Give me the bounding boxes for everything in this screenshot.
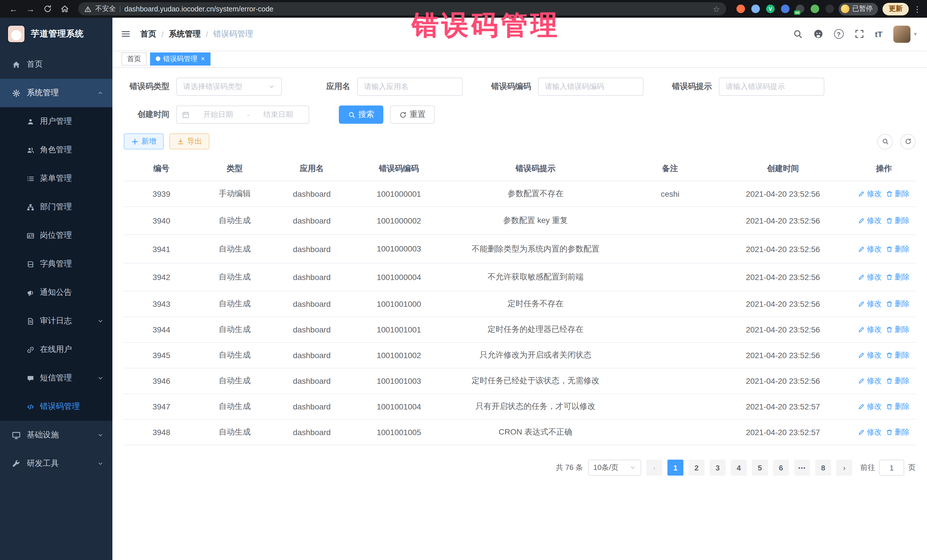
fullscreen-icon[interactable] (854, 29, 864, 39)
delete-link[interactable]: 删除 (886, 189, 910, 199)
next-page-button[interactable]: › (836, 460, 852, 476)
tab-close-icon[interactable]: × (201, 55, 205, 63)
page-button-5[interactable]: 5 (752, 460, 768, 476)
add-button[interactable]: 新增 (124, 134, 164, 149)
breadcrumb-item[interactable]: 系统管理 (169, 29, 201, 39)
delete-link[interactable]: 删除 (886, 299, 910, 309)
browser-menu-icon[interactable]: ⋮ (913, 4, 921, 14)
cell-code: 1001001000 (353, 291, 444, 317)
profile-paused-badge[interactable]: 已暂停 (839, 3, 878, 15)
more-pages-button[interactable]: ••• (794, 460, 810, 476)
delete-link[interactable]: 删除 (886, 427, 910, 437)
edit-link[interactable]: 修改 (858, 427, 881, 437)
page-button-3[interactable]: 3 (710, 460, 726, 476)
delete-link[interactable]: 删除 (886, 244, 910, 254)
extension-orange-icon[interactable] (737, 5, 745, 13)
hamburger-icon[interactable] (121, 29, 131, 39)
avatar (894, 25, 910, 42)
reset-button[interactable]: 重置 (390, 106, 435, 124)
edit-link[interactable]: 修改 (858, 376, 881, 386)
cell-remark (627, 235, 714, 263)
edit-link[interactable]: 修改 (858, 244, 881, 254)
extension-green-v-icon[interactable]: V (766, 5, 775, 13)
delete-icon (886, 352, 893, 359)
delete-link[interactable]: 删除 (886, 376, 910, 386)
sidebar-item-infra[interactable]: 基础设施 (0, 421, 112, 449)
cell-id: 3943 (124, 291, 199, 317)
delete-link[interactable]: 删除 (886, 216, 910, 226)
reload-button[interactable] (43, 5, 52, 13)
address-bar[interactable]: 不安全 dashboard.yudao.iocoder.cn/system/er… (78, 2, 726, 15)
extension-dark-icon[interactable]: on (796, 5, 804, 13)
delete-link[interactable]: 删除 (886, 325, 910, 335)
cell-code: 1001000001 (353, 181, 444, 207)
error-code-input[interactable]: 请输入错误码编码 (538, 77, 643, 96)
edit-link[interactable]: 修改 (858, 325, 881, 335)
sidebar-item-dept[interactable]: 部门管理 (0, 193, 112, 221)
app-name-input[interactable]: 请输入应用名 (357, 77, 463, 96)
sidebar-item-role[interactable]: 角色管理 (0, 136, 112, 164)
sidebar-item-dev-tools[interactable]: 研发工具 (0, 449, 112, 478)
date-range-picker[interactable]: 开始日期 - 结束日期 (176, 106, 309, 124)
github-icon[interactable] (813, 29, 823, 39)
edit-link[interactable]: 修改 (858, 350, 881, 360)
back-button[interactable]: ← (9, 4, 18, 14)
error-hint-input[interactable]: 请输入错误码提示 (719, 77, 824, 96)
edit-link[interactable]: 修改 (858, 189, 881, 199)
sidebar-item-dict[interactable]: 字典管理 (0, 250, 112, 278)
logo-image (8, 25, 25, 43)
cell-type: 自动生成 (199, 419, 271, 445)
font-size-icon[interactable]: tT (875, 29, 883, 38)
browser-update-button[interactable]: 更新 (883, 3, 909, 15)
sidebar-item-notice[interactable]: 通知公告 (0, 278, 112, 307)
user-menu[interactable]: ▾ (894, 25, 917, 42)
column-header: 编号 (124, 157, 199, 181)
delete-link[interactable]: 删除 (886, 350, 910, 360)
error-code-type-select[interactable]: 请选择错误码类型 (176, 77, 282, 96)
edit-link[interactable]: 修改 (858, 299, 881, 309)
delete-icon (886, 246, 893, 252)
sidebar-item-error-code[interactable]: 错误码管理 (0, 392, 112, 421)
sidebar-item-post[interactable]: 岗位管理 (0, 221, 112, 250)
sidebar-item-online-user[interactable]: 在线用户 (0, 335, 112, 364)
extension-leaf-icon[interactable] (811, 5, 819, 13)
breadcrumb-item[interactable]: 首页 (140, 29, 156, 39)
export-button[interactable]: 导出 (169, 134, 209, 149)
edit-link[interactable]: 修改 (858, 272, 881, 282)
cell-actions: 修改删除 (852, 419, 916, 445)
delete-link[interactable]: 删除 (886, 401, 910, 412)
search-button[interactable]: 搜索 (339, 106, 383, 124)
page-button-2[interactable]: 2 (688, 460, 705, 476)
cell-remark (627, 419, 714, 445)
show-search-toggle-button[interactable] (877, 134, 893, 149)
tab-error-code[interactable]: 错误码管理× (150, 52, 211, 65)
delete-link[interactable]: 删除 (886, 272, 910, 282)
refresh-table-button[interactable] (900, 134, 916, 149)
forward-button[interactable]: → (26, 4, 35, 14)
extension-black-icon[interactable] (825, 5, 834, 13)
page-button-8[interactable]: 8 (815, 460, 831, 476)
sidebar-item-user[interactable]: 用户管理 (0, 107, 112, 136)
goto-page-input[interactable] (879, 460, 904, 476)
extension-grid-icon[interactable] (781, 5, 790, 13)
sidebar-item-system[interactable]: 系统管理 (0, 79, 112, 107)
edit-link[interactable]: 修改 (858, 216, 881, 226)
prev-page-button[interactable]: ‹ (646, 460, 662, 476)
sidebar-item-home[interactable]: 首页 (0, 50, 112, 79)
page-size-select[interactable]: 10条/页 (588, 460, 641, 476)
sidebar-item-sms[interactable]: 短信管理 (0, 364, 112, 392)
sidebar-item-menu[interactable]: 菜单管理 (0, 164, 112, 193)
page-button-1[interactable]: 1 (667, 460, 684, 476)
cell-code: 1001001003 (353, 368, 444, 394)
bookmark-star-icon[interactable]: ☆ (713, 4, 720, 14)
filter-row-2: 创建时间 开始日期 - 结束日期 搜索 重置 (124, 106, 916, 124)
page-button-4[interactable]: 4 (731, 460, 747, 476)
page-button-6[interactable]: 6 (773, 460, 789, 476)
tab-home[interactable]: 首页 (122, 52, 147, 65)
edit-link[interactable]: 修改 (858, 401, 881, 412)
extension-lightblue-icon[interactable] (751, 5, 760, 13)
browser-home-button[interactable] (61, 5, 69, 13)
help-icon[interactable]: ? (834, 29, 844, 39)
search-icon[interactable] (793, 29, 802, 39)
sidebar-item-audit-log[interactable]: 审计日志 (0, 307, 112, 335)
